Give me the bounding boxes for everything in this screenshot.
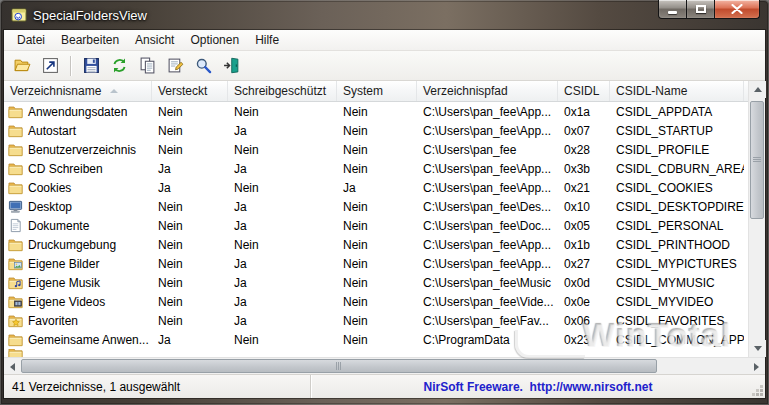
table-row[interactable]: Eigene VideosNeinJaNeinC:\Users\pan_fee\…	[4, 292, 748, 311]
table-row[interactable]	[4, 349, 748, 357]
minimize-button[interactable]	[658, 0, 687, 19]
open-folder-icon[interactable]	[13, 57, 31, 75]
cell-system: Nein	[337, 143, 417, 157]
menu-optionen[interactable]: Optionen	[182, 30, 247, 51]
column-header-system[interactable]: System	[337, 81, 417, 101]
column-header-schreibgesch-tzt[interactable]: Schreibgeschützt	[228, 81, 337, 101]
cell-verzeichnisname: CD Schreiben	[4, 159, 152, 178]
column-header-csidl[interactable]: CSIDL	[558, 81, 610, 101]
properties-icon[interactable]	[166, 57, 184, 75]
table-body: AnwendungsdatenNeinNeinNeinC:\Users\pan_…	[4, 102, 748, 357]
scroll-right-button[interactable]	[748, 358, 765, 375]
close-icon	[731, 4, 743, 14]
horizontal-scrollbar[interactable]	[4, 357, 765, 374]
table-row[interactable]: Eigene BilderNeinJaNeinC:\Users\pan_fee\…	[4, 254, 748, 273]
folder-name: Favoriten	[28, 314, 78, 328]
title-bar[interactable]: SpecialFoldersView	[0, 0, 769, 30]
cell-verzeichnisname	[4, 349, 152, 357]
table-row[interactable]: AutostartNeinJaNeinC:\Users\pan_fee\App.…	[4, 121, 748, 140]
search-icon[interactable]	[194, 57, 212, 75]
cell-schreibgeschuetzt: Ja	[228, 124, 337, 138]
column-header-verzeichnispfad[interactable]: Verzeichnispfad	[417, 81, 558, 101]
toolbar	[4, 51, 765, 81]
cell-versteckt: Nein	[152, 143, 228, 157]
refresh-icon[interactable]	[110, 57, 128, 75]
scroll-left-button[interactable]	[4, 358, 21, 375]
menu-hilfe[interactable]: Hilfe	[247, 30, 287, 51]
exit-icon[interactable]	[222, 57, 240, 75]
window-controls	[658, 0, 760, 19]
copy-icon[interactable]	[138, 57, 156, 75]
desktop-icon	[8, 199, 23, 214]
folder-name: Anwendungsdaten	[28, 105, 127, 119]
menu-datei[interactable]: Datei	[9, 30, 53, 51]
arrow-up-icon	[754, 87, 762, 92]
folders-list: VerzeichnisnameVerstecktSchreibgeschützt…	[4, 81, 765, 357]
cell-system: Nein	[337, 276, 417, 290]
toolbar-separator	[70, 56, 71, 76]
cell-versteckt: Nein	[152, 105, 228, 119]
table-row[interactable]: Gemeinsame Anwen...JaNeinNeinC:\ProgramD…	[4, 330, 748, 349]
documents-icon	[8, 218, 23, 233]
cell-system: Nein	[337, 124, 417, 138]
folder-icon	[8, 180, 23, 195]
column-header-csidl-name[interactable]: CSIDL-Name	[610, 81, 744, 101]
folder-name: Eigene Bilder	[28, 257, 99, 271]
cell-csidl-name: CSIDL_CDBURN_AREA	[610, 162, 744, 176]
menu-bearbeiten[interactable]: Bearbeiten	[53, 30, 127, 51]
folder-icon	[8, 332, 23, 347]
column-label: Versteckt	[158, 84, 207, 98]
menu-ansicht[interactable]: Ansicht	[127, 30, 182, 51]
save-icon[interactable]	[82, 57, 100, 75]
table-row[interactable]: AnwendungsdatenNeinNeinNeinC:\Users\pan_…	[4, 102, 748, 121]
cell-csidl-name: CSIDL_COOKIES	[610, 181, 744, 195]
cell-schreibgeschuetzt: Nein	[228, 143, 337, 157]
maximize-button[interactable]	[687, 0, 714, 19]
folder-name: Druckumgebung	[28, 238, 116, 252]
cell-csidl: 0x1b	[558, 238, 610, 252]
cell-csidl-name: CSIDL_MYVIDEO	[610, 295, 744, 309]
table-row[interactable]: DesktopNeinJaNeinC:\Users\pan_fee\Des...…	[4, 197, 748, 216]
table-row[interactable]: CookiesJaNeinJaC:\Users\pan_fee\App...0x…	[4, 178, 748, 197]
table-row[interactable]: FavoritenNeinJaNeinC:\Users\pan_fee\Fav.…	[4, 311, 748, 330]
status-count: 41 Verzeichnisse, 1 ausgewählt	[4, 380, 310, 394]
nirsoft-link[interactable]: NirSoft Freeware. http://www.nirsoft.net	[311, 380, 765, 394]
vertical-scroll-thumb[interactable]	[750, 101, 764, 219]
table-row[interactable]: Eigene MusikNeinJaNeinC:\Users\pan_fee\M…	[4, 273, 748, 292]
cell-pfad: C:\Users\pan_fee\App...	[417, 124, 558, 138]
table-row[interactable]: BenutzerverzeichnisNeinNeinNeinC:\Users\…	[4, 140, 748, 159]
table-row[interactable]: DokumenteNeinJaNeinC:\Users\pan_fee\Doc.…	[4, 216, 748, 235]
cell-verzeichnisname: Autostart	[4, 121, 152, 140]
column-label: Verzeichnispfad	[423, 84, 508, 98]
cell-csidl: 0x05	[558, 219, 610, 233]
column-label: CSIDL	[564, 84, 599, 98]
close-button[interactable]	[714, 0, 760, 19]
horizontal-scroll-thumb[interactable]	[21, 359, 657, 373]
cell-versteckt: Nein	[152, 200, 228, 214]
cell-pfad: C:\Users\pan_fee\App...	[417, 257, 558, 271]
shortcut-icon[interactable]	[41, 57, 59, 75]
cell-pfad: C:\Users\pan_fee	[417, 143, 558, 157]
scroll-up-button[interactable]	[749, 81, 766, 98]
cell-system: Nein	[337, 257, 417, 271]
folder-name: Benutzerverzeichnis	[28, 143, 136, 157]
column-header-verzeichnisname[interactable]: Verzeichnisname	[4, 81, 152, 101]
arrow-down-icon	[754, 346, 762, 351]
folder-name: Dokumente	[28, 219, 89, 233]
app-icon	[11, 7, 27, 23]
cell-versteckt: Nein	[152, 257, 228, 271]
column-header-versteckt[interactable]: Versteckt	[152, 81, 228, 101]
cell-pfad: C:\ProgramData	[417, 333, 558, 347]
column-label: Verzeichnisname	[10, 84, 101, 98]
cell-system: Nein	[337, 219, 417, 233]
resize-grip[interactable]	[760, 393, 763, 396]
table-row[interactable]: DruckumgebungNeinNeinNeinC:\Users\pan_fe…	[4, 235, 748, 254]
cell-csidl-name: CSIDL_MYPICTURES	[610, 257, 744, 271]
table-row[interactable]: CD SchreibenJaJaNeinC:\Users\pan_fee\App…	[4, 159, 748, 178]
folder-name: Eigene Videos	[28, 295, 105, 309]
cell-schreibgeschuetzt: Nein	[228, 333, 337, 347]
cell-csidl-name: CSIDL_COMMON_APPD	[610, 333, 744, 347]
cell-verzeichnisname: Benutzerverzeichnis	[4, 140, 152, 159]
vertical-scrollbar[interactable]	[748, 81, 765, 357]
scroll-down-button[interactable]	[749, 340, 766, 357]
